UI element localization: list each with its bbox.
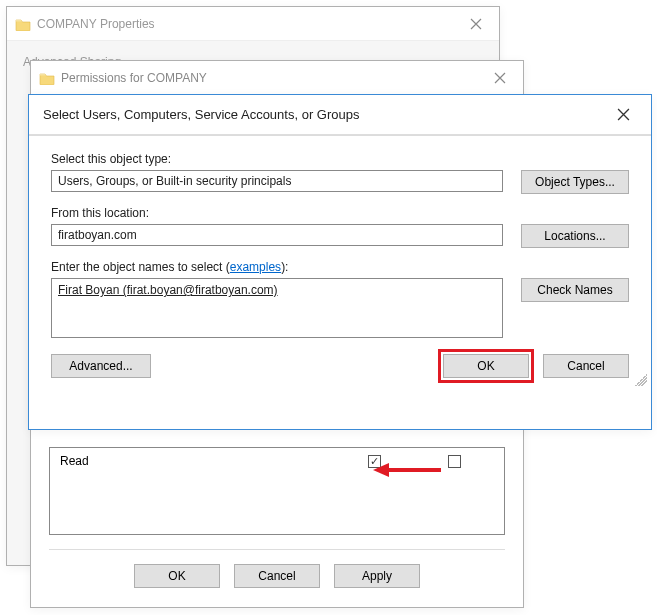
select-users-dialog: Select Users, Computers, Service Account…	[28, 94, 652, 430]
cancel-button[interactable]: Cancel	[234, 564, 320, 588]
select-users-body: Select this object type: Users, Groups, …	[29, 135, 651, 388]
locations-button[interactable]: Locations...	[521, 224, 629, 248]
select-users-footer: Advanced... OK Cancel	[51, 354, 629, 378]
names-label-prefix: Enter the object names to select (	[51, 260, 230, 274]
advanced-button[interactable]: Advanced...	[51, 354, 151, 378]
location-field[interactable]: firatboyan.com	[51, 224, 503, 246]
select-users-title: Select Users, Computers, Service Account…	[43, 107, 609, 122]
names-label-suffix: ):	[281, 260, 288, 274]
object-types-button[interactable]: Object Types...	[521, 170, 629, 194]
close-icon[interactable]	[457, 12, 495, 36]
object-type-field[interactable]: Users, Groups, or Built-in security prin…	[51, 170, 503, 192]
location-label: From this location:	[51, 206, 629, 220]
folder-icon	[39, 71, 55, 85]
titlebar-properties: COMPANY Properties	[7, 7, 499, 41]
titlebar-permissions: Permissions for COMPANY	[31, 61, 523, 95]
examples-link[interactable]: examples	[230, 260, 281, 274]
titlebar-select-users: Select Users, Computers, Service Account…	[29, 95, 651, 135]
permissions-footer: OK Cancel Apply	[49, 549, 505, 604]
cancel-button[interactable]: Cancel	[543, 354, 629, 378]
resize-grip-icon[interactable]	[635, 374, 647, 386]
folder-icon	[15, 17, 31, 31]
apply-button[interactable]: Apply	[334, 564, 420, 588]
deny-checkbox[interactable]	[448, 455, 461, 468]
check-names-button[interactable]: Check Names	[521, 278, 629, 302]
svg-marker-1	[373, 463, 389, 477]
annotation-arrow-icon	[373, 460, 443, 480]
object-names-label: Enter the object names to select (exampl…	[51, 260, 629, 274]
object-names-field[interactable]: Firat Boyan (firat.boyan@firatboyan.com)	[51, 278, 503, 338]
ok-button[interactable]: OK	[443, 354, 529, 378]
close-icon[interactable]	[481, 66, 519, 90]
permissions-title: Permissions for COMPANY	[55, 71, 481, 85]
properties-title: COMPANY Properties	[31, 17, 457, 31]
ok-button[interactable]: OK	[134, 564, 220, 588]
permission-label: Read	[60, 454, 334, 468]
resolved-object-entry: Firat Boyan (firat.boyan@firatboyan.com)	[58, 283, 278, 297]
close-icon[interactable]	[609, 108, 637, 121]
object-type-label: Select this object type:	[51, 152, 629, 166]
